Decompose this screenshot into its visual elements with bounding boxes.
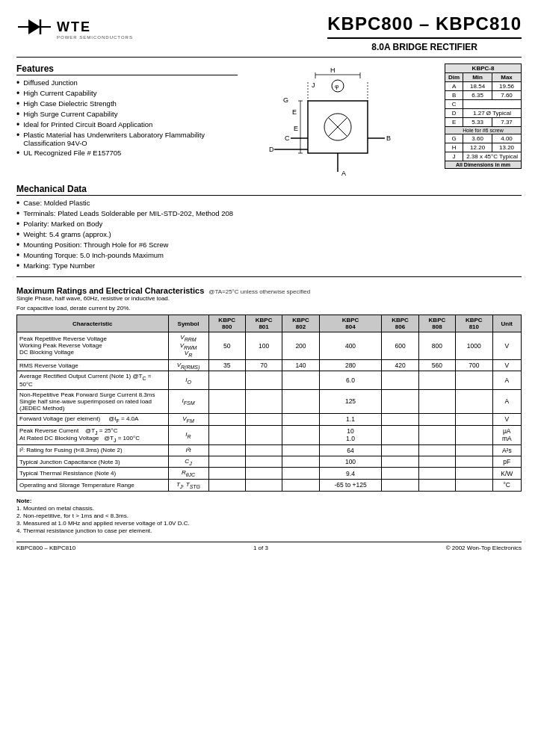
- ratings-condition: @TA=25°C unless otherwise specified: [208, 288, 310, 295]
- dimensions-table: KBPC-8 Dim Min Max A 18.54 19.56 B 6.35 …: [445, 63, 522, 169]
- kbpc802-header: KBPC802: [282, 315, 319, 332]
- logo-subtitle: POWER SEMICONDUCTORS: [57, 35, 133, 40]
- mechanical-title: Mechanical Data: [16, 184, 522, 196]
- footer-right: © 2002 Won-Top Electronics: [446, 545, 522, 551]
- mechanical-list: Case: Molded Plastic Terminals: Plated L…: [16, 199, 522, 270]
- svg-text:E: E: [292, 108, 297, 116]
- list-item: Mounting Position: Through Hole for #6 S…: [16, 241, 522, 250]
- list-item: Terminals: Plated Leads Solderable per M…: [16, 209, 522, 218]
- table-row: Forward Voltage (per element) @IF = 4.0A…: [17, 413, 522, 425]
- list-item: Polarity: Marked on Body: [16, 220, 522, 229]
- table-row: Peak Reverse Current @TJ = 25°CAt Rated …: [17, 425, 522, 444]
- svg-text:C: C: [285, 134, 290, 142]
- kbpc808-header: KBPC808: [418, 315, 455, 332]
- svg-text:B: B: [386, 134, 391, 142]
- note-2: 2. Non-repetitive, for t > 1ms and < 8.3…: [16, 512, 522, 519]
- svg-marker-1: [28, 19, 40, 34]
- note-4: 4. Thermal resistance junction to case p…: [16, 527, 522, 534]
- kbpc800-header: KBPC800: [208, 315, 245, 332]
- page-header: WTE POWER SEMICONDUCTORS KBPC800 – KBPC8…: [16, 13, 522, 52]
- svg-text:H: H: [330, 66, 336, 74]
- kbpc801-header: KBPC801: [245, 315, 282, 332]
- list-item: Marking: Type Number: [16, 261, 522, 270]
- table-row: Peak Repetitive Reverse Voltage Working …: [17, 332, 522, 360]
- kbpc804-header: KBPC804: [319, 315, 382, 332]
- table-row: I²: Rating for Fusing (t<8.3ms) (Note 2)…: [17, 444, 522, 456]
- ratings-section: Maximum Ratings and Electrical Character…: [16, 280, 522, 492]
- features-diagram-section: Features Diffused Junction High Current …: [16, 63, 522, 179]
- table-row: All Dimensions in mm: [445, 161, 522, 169]
- table-row: Operating and Storage Temperature Range …: [17, 479, 522, 491]
- notes-title: Note:: [16, 498, 522, 504]
- svg-text:G: G: [283, 96, 288, 104]
- list-item: UL Recognized File # E157705: [16, 149, 238, 158]
- list-item: High Surge Current Capability: [16, 110, 238, 119]
- svg-text:D: D: [269, 146, 274, 153]
- unit-header: Unit: [492, 315, 522, 332]
- list-item: High Case Dielectric Strength: [16, 99, 238, 108]
- logo-symbol: [16, 13, 52, 45]
- table-row: Non-Repetitive Peak Forward Surge Curren…: [17, 389, 522, 413]
- list-item: Mounting Torque: 5.0 Inch-pounds Maximum: [16, 251, 522, 260]
- svg-text:J: J: [312, 81, 315, 89]
- list-item: Weight: 5.4 grams (approx.): [16, 230, 522, 239]
- features-list: Diffused Junction High Current Capabilit…: [16, 78, 238, 158]
- note-1: 1. Mounted on metal chassis.: [16, 505, 522, 512]
- kbpc810-header: KBPC810: [456, 315, 492, 332]
- mechanical-section: Mechanical Data Case: Molded Plastic Ter…: [16, 184, 522, 270]
- list-item: High Current Capability: [16, 89, 238, 98]
- logo-text-block: WTE POWER SEMICONDUCTORS: [57, 19, 133, 40]
- kbpc806-header: KBPC806: [382, 315, 418, 332]
- diagram-column: A B C D E H G J φ: [245, 63, 430, 179]
- table-row: J 2.38 x 45°C Typical: [445, 152, 522, 161]
- logo-area: WTE POWER SEMICONDUCTORS: [16, 13, 133, 45]
- svg-text:A: A: [341, 170, 346, 177]
- ratings-note2: For capacitive load, derate current by 2…: [16, 305, 522, 312]
- component-diagram: A B C D E H G J φ: [267, 63, 409, 179]
- table-row: D 1.27 Ø Typical: [445, 109, 522, 118]
- list-item: Case: Molded Plastic: [16, 199, 522, 208]
- part-subtitle: 8.0A BRIDGE RECTIFIER: [327, 42, 522, 52]
- list-item: Diffused Junction: [16, 78, 238, 87]
- char-header: Characteristic: [17, 315, 169, 332]
- title-block: KBPC800 – KBPC810 8.0A BRIDGE RECTIFIER: [327, 13, 522, 52]
- max-col-header: Max: [492, 73, 522, 82]
- table-row: Hole for #6 screw: [445, 127, 522, 134]
- table-header-row: Characteristic Symbol KBPC800 KBPC801 KB…: [17, 315, 522, 332]
- table-row: G 3.60 4.00: [445, 134, 522, 143]
- diode-icon: [16, 13, 52, 40]
- footer-center: 1 of 3: [253, 545, 268, 551]
- logo-wte: WTE: [57, 19, 133, 35]
- symbol-header: Symbol: [168, 315, 208, 332]
- ratings-note1: Single Phase, half wave, 60Hz, resistive…: [16, 295, 522, 302]
- table-row: RMS Reverse Voltage VR(RMS) 35 70 140 28…: [17, 359, 522, 371]
- footer-left: KBPC800 – KBPC810: [16, 545, 75, 551]
- table-row: B 6.35 7.60: [445, 91, 522, 100]
- features-column: Features Diffused Junction High Current …: [16, 63, 238, 179]
- svg-text:E: E: [294, 125, 298, 132]
- notes-section: Note: 1. Mounted on metal chassis. 2. No…: [16, 498, 522, 534]
- features-title: Features: [16, 63, 238, 75]
- table-row: C: [445, 100, 522, 109]
- ratings-title: Maximum Ratings and Electrical Character…: [16, 286, 204, 295]
- table-row: Average Rectified Output Current (Note 1…: [17, 371, 522, 390]
- table-row: Typical Junction Capacitance (Note 3) CJ…: [17, 456, 522, 468]
- part-number: KBPC800 – KBPC810: [327, 13, 522, 34]
- page-footer: KBPC800 – KBPC810 1 of 3 © 2002 Won-Top …: [16, 542, 522, 551]
- svg-text:φ: φ: [335, 83, 338, 90]
- list-item: Plastic Material has Underwriters Labora…: [16, 131, 238, 147]
- note-3: 3. Measured at 1.0 MHz and applied rever…: [16, 520, 522, 527]
- dim-table-header: KBPC-8: [445, 64, 522, 73]
- table-row: A 18.54 19.56: [445, 82, 522, 91]
- ratings-table: Characteristic Symbol KBPC800 KBPC801 KB…: [16, 315, 522, 492]
- table-row: E 5.33 7.37: [445, 118, 522, 127]
- dim-col-header: Dim: [445, 73, 463, 82]
- table-row: H 12.20 13.20: [445, 143, 522, 152]
- min-col-header: Min: [463, 73, 492, 82]
- dimensions-table-wrapper: KBPC-8 Dim Min Max A 18.54 19.56 B 6.35 …: [437, 63, 522, 179]
- ratings-header-row: Maximum Ratings and Electrical Character…: [16, 280, 522, 295]
- list-item: Ideal for Printed Circuit Board Applicat…: [16, 120, 238, 129]
- table-row: Typical Thermal Resistance (Note 4) RθJC…: [17, 468, 522, 480]
